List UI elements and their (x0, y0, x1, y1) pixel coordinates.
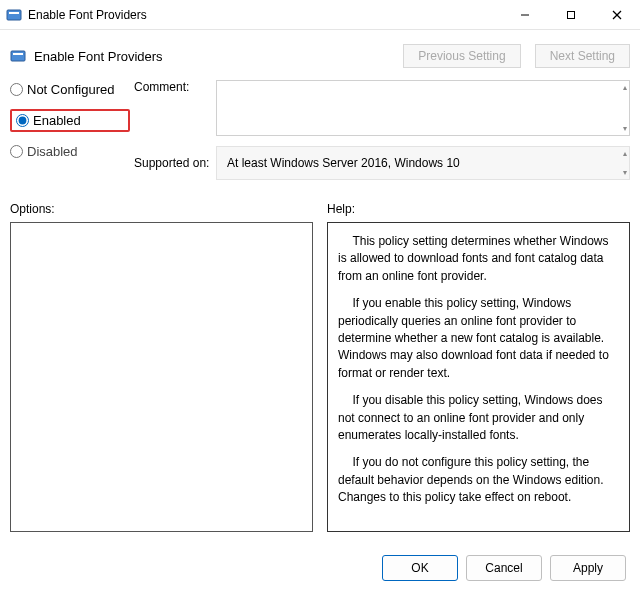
radio-not-configured[interactable]: Not Configured (10, 82, 130, 97)
header-row: Enable Font Providers Previous Setting N… (10, 36, 630, 76)
radio-not-configured-label: Not Configured (27, 82, 114, 97)
support-scroll-up-icon[interactable]: ▴ (623, 149, 627, 158)
options-label: Options: (10, 202, 313, 216)
previous-setting-button[interactable]: Previous Setting (403, 44, 520, 68)
help-label: Help: (327, 202, 630, 216)
policy-title: Enable Font Providers (34, 49, 389, 64)
comment-label: Comment: (134, 80, 212, 94)
scroll-up-icon[interactable]: ▴ (623, 83, 627, 92)
radio-not-configured-input[interactable] (10, 83, 23, 96)
titlebar: Enable Font Providers (0, 0, 640, 30)
app-icon (6, 7, 22, 23)
window-title: Enable Font Providers (28, 8, 502, 22)
supported-on-box: At least Windows Server 2016, Windows 10… (216, 146, 630, 180)
svg-rect-1 (9, 12, 19, 14)
options-pane: Options: (10, 202, 313, 532)
minimize-button[interactable] (502, 0, 548, 29)
window-controls (502, 0, 640, 29)
cancel-button[interactable]: Cancel (466, 555, 542, 581)
help-paragraph: If you enable this policy setting, Windo… (338, 295, 619, 382)
close-button[interactable] (594, 0, 640, 29)
supported-on-label: Supported on: (134, 156, 212, 170)
help-paragraph: If you do not configure this policy sett… (338, 454, 619, 506)
scroll-down-icon[interactable]: ▾ (623, 124, 627, 133)
supported-on-value: At least Windows Server 2016, Windows 10 (227, 156, 460, 170)
apply-button[interactable]: Apply (550, 555, 626, 581)
enabled-highlight: Enabled (10, 109, 130, 132)
svg-rect-7 (13, 53, 23, 55)
radio-disabled[interactable]: Disabled (10, 144, 130, 159)
svg-rect-0 (7, 10, 21, 20)
help-box[interactable]: This policy setting determines whether W… (327, 222, 630, 532)
radio-disabled-label: Disabled (27, 144, 78, 159)
comment-textarea[interactable]: ▴ ▾ (216, 80, 630, 136)
policy-icon (10, 48, 26, 64)
ok-button[interactable]: OK (382, 555, 458, 581)
help-paragraph: This policy setting determines whether W… (338, 233, 619, 285)
support-scroll-down-icon[interactable]: ▾ (623, 168, 627, 177)
svg-rect-6 (11, 51, 25, 61)
state-radio-group: Not Configured Enabled Disabled (10, 80, 130, 159)
radio-enabled-input[interactable] (16, 114, 29, 127)
maximize-button[interactable] (548, 0, 594, 29)
radio-disabled-input[interactable] (10, 145, 23, 158)
options-box[interactable] (10, 222, 313, 532)
next-setting-button[interactable]: Next Setting (535, 44, 630, 68)
radio-enabled[interactable]: Enabled (16, 113, 124, 128)
dialog-footer: OK Cancel Apply (0, 543, 640, 591)
help-pane: Help: This policy setting determines whe… (327, 202, 630, 532)
radio-enabled-label: Enabled (33, 113, 81, 128)
help-paragraph: If you disable this policy setting, Wind… (338, 392, 619, 444)
svg-rect-3 (568, 11, 575, 18)
